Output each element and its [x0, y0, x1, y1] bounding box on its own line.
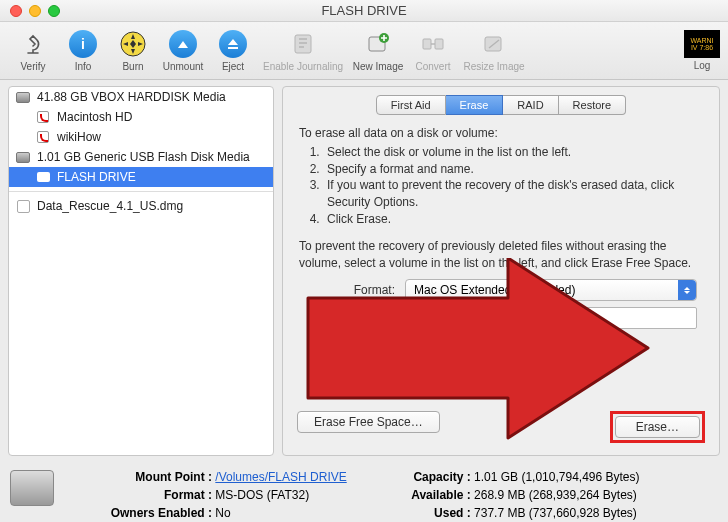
format-value: Mac OS Extended (Journaled)	[414, 283, 575, 297]
tab-raid[interactable]: RAID	[503, 95, 558, 115]
volume-row-wikihow[interactable]: wikiHow	[9, 127, 273, 147]
dmg-row-data-rescue[interactable]: Data_Rescue_4.1_US.dmg	[9, 196, 273, 216]
disk-label: wikiHow	[57, 130, 101, 144]
instruction-step: Click Erase.	[323, 211, 703, 228]
tab-erase[interactable]: Erase	[446, 95, 504, 115]
resize-image-button: Resize Image	[458, 24, 530, 78]
svg-rect-4	[423, 39, 431, 49]
erase-button[interactable]: Erase…	[615, 416, 700, 438]
journal-icon	[288, 29, 318, 59]
log-badge-line: WARNI	[690, 37, 713, 44]
enable-journaling-label: Enable Journaling	[263, 61, 343, 72]
svg-rect-1	[295, 35, 311, 53]
new-image-button[interactable]: New Image	[348, 24, 408, 78]
disk-row-usb-media[interactable]: 1.01 GB Generic USB Flash Disk Media	[9, 147, 273, 167]
burn-button[interactable]: Burn	[108, 24, 158, 78]
eject-icon	[218, 29, 248, 59]
owners-value: No	[215, 506, 230, 520]
info-icon: i	[68, 29, 98, 59]
format-select[interactable]: Mac OS Extended (Journaled)	[405, 279, 697, 301]
log-badge-line: IV 7:86	[691, 44, 713, 51]
disk-row-vbox-media[interactable]: 41.88 GB VBOX HARDDISK Media	[9, 87, 273, 107]
instructions: To erase all data on a disk or volume: S…	[283, 115, 719, 271]
volume-row-macintosh-hd[interactable]: Macintosh HD	[9, 107, 273, 127]
name-label: Name:	[283, 311, 405, 325]
disk-label: 41.88 GB VBOX HARDDISK Media	[37, 90, 226, 104]
available-key: Available :	[395, 486, 471, 504]
instruction-step: Select the disk or volume in the list on…	[323, 144, 703, 161]
action-buttons: Erase Free Space… Erase…	[297, 411, 705, 443]
log-button[interactable]: WARNI IV 7:86 Log	[684, 30, 720, 71]
disk-label: FLASH DRIVE	[57, 170, 136, 184]
chevron-up-down-icon	[678, 280, 696, 300]
volume-row-flash-drive[interactable]: FLASH DRIVE	[9, 167, 273, 187]
main-area: 41.88 GB VBOX HARDDISK Media Macintosh H…	[0, 80, 728, 460]
resize-icon	[479, 29, 509, 59]
eject-label: Eject	[222, 61, 244, 72]
title-bar: FLASH DRIVE	[0, 0, 728, 22]
enable-journaling-button: Enable Journaling	[258, 24, 348, 78]
log-icon: WARNI IV 7:86	[684, 30, 720, 58]
available-value: 268.9 MB (268,939,264 Bytes)	[474, 488, 637, 502]
resize-image-label: Resize Image	[463, 61, 524, 72]
harddisk-icon	[15, 150, 31, 164]
info-label: Info	[75, 61, 92, 72]
mount-point-link[interactable]: /Volumes/FLASH DRIVE	[215, 470, 346, 484]
name-input[interactable]: FLASH DRIVE	[405, 307, 697, 329]
erase-highlight-box: Erase…	[610, 411, 705, 443]
toolbar: Verify i Info Burn Unmount Eject Enable …	[0, 22, 728, 80]
disk-list[interactable]: 41.88 GB VBOX HARDDISK Media Macintosh H…	[8, 86, 274, 456]
instructions-paragraph: To prevent the recovery of previously de…	[299, 238, 703, 272]
svg-rect-5	[435, 39, 443, 49]
new-image-icon	[363, 29, 393, 59]
dmg-icon	[15, 199, 31, 213]
instruction-step: If you want to prevent the recovery of t…	[323, 177, 703, 211]
volume-info: Mount Point : /Volumes/FLASH DRIVE Forma…	[0, 460, 728, 522]
unmount-button[interactable]: Unmount	[158, 24, 208, 78]
format-value: MS-DOS (FAT32)	[215, 488, 309, 502]
verify-label: Verify	[20, 61, 45, 72]
disk-label: 1.01 GB Generic USB Flash Disk Media	[37, 150, 250, 164]
name-value: FLASH DRIVE	[412, 311, 491, 325]
log-label: Log	[694, 60, 711, 71]
convert-label: Convert	[415, 61, 450, 72]
external-volume-icon	[35, 170, 51, 184]
content-pane: First Aid Erase RAID Restore To erase al…	[282, 86, 720, 456]
unmount-icon	[168, 29, 198, 59]
used-key: Used :	[395, 504, 471, 522]
format-key: Format :	[102, 486, 212, 504]
erase-free-space-button[interactable]: Erase Free Space…	[297, 411, 440, 433]
tab-restore[interactable]: Restore	[559, 95, 627, 115]
capacity-value: 1.01 GB (1,010,794,496 Bytes)	[474, 470, 639, 484]
instructions-intro: To erase all data on a disk or volume:	[299, 125, 703, 142]
microscope-icon	[18, 29, 48, 59]
unmount-label: Unmount	[163, 61, 204, 72]
burn-icon	[118, 29, 148, 59]
mount-point-key: Mount Point :	[102, 468, 212, 486]
info-button[interactable]: i Info	[58, 24, 108, 78]
window-title: FLASH DRIVE	[0, 3, 728, 18]
eject-button[interactable]: Eject	[208, 24, 258, 78]
tab-first-aid[interactable]: First Aid	[376, 95, 446, 115]
erase-form: Format: Mac OS Extended (Journaled) Name…	[283, 271, 719, 329]
instruction-step: Specify a format and name.	[323, 161, 703, 178]
tab-bar: First Aid Erase RAID Restore	[283, 87, 719, 115]
disk-label: Data_Rescue_4.1_US.dmg	[37, 199, 183, 213]
harddisk-icon	[15, 90, 31, 104]
volume-icon	[10, 470, 54, 506]
capacity-key: Capacity :	[395, 468, 471, 486]
used-value: 737.7 MB (737,660,928 Bytes)	[474, 506, 637, 520]
convert-icon	[418, 29, 448, 59]
convert-button: Convert	[408, 24, 458, 78]
verify-button[interactable]: Verify	[8, 24, 58, 78]
format-label: Format:	[283, 283, 405, 297]
owners-key: Owners Enabled :	[102, 504, 212, 522]
burn-label: Burn	[122, 61, 143, 72]
mac-volume-icon	[35, 110, 51, 124]
mac-volume-icon	[35, 130, 51, 144]
disk-label: Macintosh HD	[57, 110, 132, 124]
new-image-label: New Image	[353, 61, 404, 72]
sidebar-separator	[9, 191, 273, 192]
